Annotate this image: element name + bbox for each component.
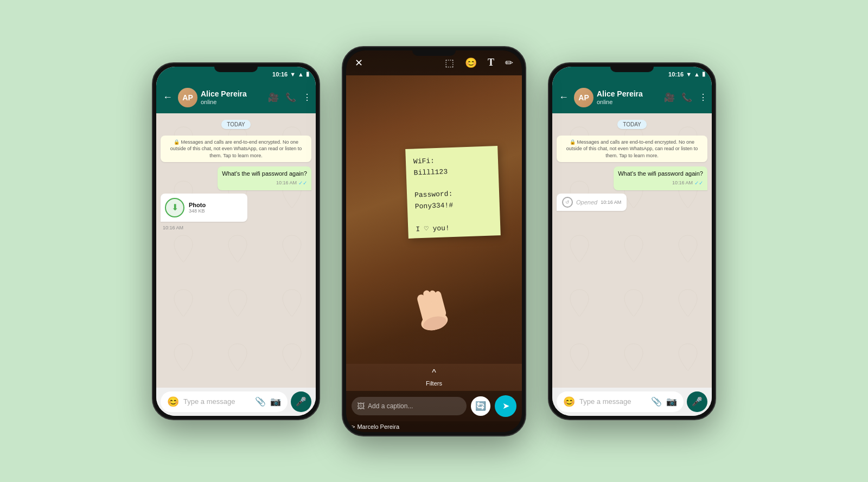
chat-header-right: ← AP Alice Pereira online 🎥 📞 ⋮: [552, 82, 712, 113]
close-icon[interactable]: ✕: [355, 57, 363, 69]
phone-icon-right[interactable]: 📞: [681, 92, 692, 102]
opened-time: 10:16 AM: [601, 200, 621, 205]
caption-emoji-icon: 🖼: [357, 402, 365, 410]
time-right: 10:16: [668, 71, 684, 78]
one-time-view-btn[interactable]: 🔄: [471, 396, 490, 416]
time-left: 10:16: [272, 71, 288, 78]
draw-icon[interactable]: ✏: [505, 57, 513, 69]
sender-name: Marcelo Pereira: [357, 423, 399, 430]
chevron-up-icon: ^: [432, 368, 436, 378]
emoji-icon-right[interactable]: 😊: [563, 396, 575, 408]
chevron-right-icon: >: [352, 423, 355, 430]
photo-content: WiFi: Billl123 Password: Pony334!# I ♡ y…: [346, 75, 522, 364]
header-icons-right: 🎥 📞 ⋮: [664, 92, 707, 102]
send-icon-middle: ➤: [502, 401, 509, 411]
input-bar-left: 😊 Type a message 📎 📷 🎤: [156, 388, 316, 416]
msg-time-left: 10:16 AM: [276, 179, 297, 187]
msg-sent-left: What's the wifi password again? 10:16 AM…: [218, 166, 311, 190]
attach-icon-right[interactable]: 📎: [651, 396, 662, 407]
contact-info-right: Alice Pereira online: [597, 89, 661, 105]
contact-status-left: online: [201, 99, 265, 105]
header-icons-left: 🎥 📞 ⋮: [268, 92, 311, 102]
mic-icon-left: 🎤: [296, 396, 307, 407]
placeholder-right: Type a message: [579, 397, 647, 406]
notch-right: [610, 67, 654, 72]
viewer-icons: ⬚ 😊 T ✏: [445, 57, 513, 69]
caption-placeholder: Add a caption...: [368, 402, 413, 410]
photo-info: Photo 348 KB: [189, 202, 243, 214]
camera-icon-left[interactable]: 📷: [270, 396, 281, 407]
input-bar-right: 😊 Type a message 📎 📷 🎤: [552, 388, 712, 416]
message-input-left[interactable]: 😊 Type a message 📎 📷: [161, 391, 288, 412]
mic-button-right[interactable]: 🎤: [687, 391, 707, 412]
menu-icon-left[interactable]: ⋮: [303, 92, 311, 102]
opened-icon: ↺: [562, 197, 573, 208]
notch-middle: [412, 50, 456, 56]
menu-icon-right[interactable]: ⋮: [699, 92, 707, 102]
avatar-left[interactable]: AP: [178, 88, 197, 107]
photo-viewer: ✕ ⬚ 😊 T ✏ WiFi:: [346, 50, 522, 432]
encrypt-notice-left: 🔒 Messages and calls are end-to-end encr…: [161, 136, 311, 163]
contact-status-right: online: [597, 99, 661, 105]
phone-icon-left[interactable]: 📞: [285, 92, 296, 102]
checkmark-right: ✓✓: [694, 179, 703, 187]
caption-bar: 🖼 Add a caption... 🔄 ➤: [346, 391, 522, 421]
phone-right: 10:16 ▼ ▲ ▮ ← AP Alice Pereira online 🎥 …: [548, 62, 716, 420]
photo-name: Photo: [189, 202, 243, 208]
battery-icon-left: ▮: [306, 70, 309, 78]
main-container: 10:16 ▼ ▲ ▮ ← AP Alice Pereira online 🎥 …: [0, 0, 868, 482]
message-input-right[interactable]: 😊 Type a message 📎 📷: [557, 391, 684, 412]
avatar-right[interactable]: AP: [574, 88, 593, 107]
wifi-icon-left: ▼: [290, 71, 296, 78]
contact-info-left: Alice Pereira online: [201, 89, 265, 105]
signal-icon-left: ▲: [298, 71, 304, 78]
today-badge-left: TODAY: [221, 120, 251, 129]
contact-name-right: Alice Pereira: [597, 89, 661, 99]
emoji-icon-left[interactable]: 😊: [167, 396, 179, 408]
signal-icon-right: ▲: [694, 71, 700, 78]
encrypt-notice-right: 🔒 Messages and calls are end-to-end encr…: [557, 136, 707, 163]
back-button-left[interactable]: ←: [161, 89, 175, 105]
attach-icon-left[interactable]: 📎: [255, 396, 266, 407]
battery-icon-right: ▮: [702, 70, 705, 78]
photo-attachment-left[interactable]: ⬇ Photo 348 KB: [161, 194, 247, 222]
sticky-note: WiFi: Billl123 Password: Pony334!# I ♡ y…: [405, 146, 501, 239]
camera-icon-right[interactable]: 📷: [666, 396, 677, 407]
mic-icon-right: 🎤: [692, 396, 703, 407]
phone-middle: ✕ ⬚ 😊 T ✏ WiFi:: [342, 46, 526, 436]
back-button-right[interactable]: ←: [557, 89, 571, 105]
filters-area[interactable]: ^ Filters: [346, 364, 522, 391]
video-icon-right[interactable]: 🎥: [664, 92, 675, 102]
caption-input[interactable]: 🖼 Add a caption...: [352, 397, 467, 415]
msg-time-right: 10:16 AM: [672, 179, 693, 187]
notch-left: [214, 67, 258, 72]
photo-download-icon: ⬇: [165, 198, 184, 217]
today-badge-right: TODAY: [617, 120, 647, 129]
checkmark-left: ✓✓: [298, 179, 307, 187]
video-icon-left[interactable]: 🎥: [268, 92, 279, 102]
msg-sent-right: What's the wifi password again? 10:16 AM…: [614, 166, 707, 190]
sender-bar: > Marcelo Pereira: [346, 421, 522, 432]
wifi-icon-right: ▼: [686, 71, 692, 78]
emoji-sticker-icon[interactable]: 😊: [465, 57, 477, 69]
phone-left: 10:16 ▼ ▲ ▮ ← AP Alice Pereira online 🎥 …: [152, 62, 320, 420]
crop-icon[interactable]: ⬚: [445, 57, 454, 69]
text-icon[interactable]: T: [488, 57, 494, 69]
chat-header-left: ← AP Alice Pereira online 🎥 📞 ⋮: [156, 82, 316, 113]
contact-name-left: Alice Pereira: [201, 89, 265, 99]
placeholder-left: Type a message: [183, 397, 251, 406]
opened-label: Opened: [576, 199, 597, 205]
filters-label: Filters: [426, 380, 442, 387]
send-button-middle[interactable]: ➤: [495, 395, 516, 417]
photo-time: 10:16 AM: [163, 225, 311, 230]
mic-button-left[interactable]: 🎤: [291, 391, 311, 412]
photo-size: 348 KB: [189, 208, 243, 214]
opened-message: ↺ Opened 10:16 AM: [557, 194, 627, 211]
